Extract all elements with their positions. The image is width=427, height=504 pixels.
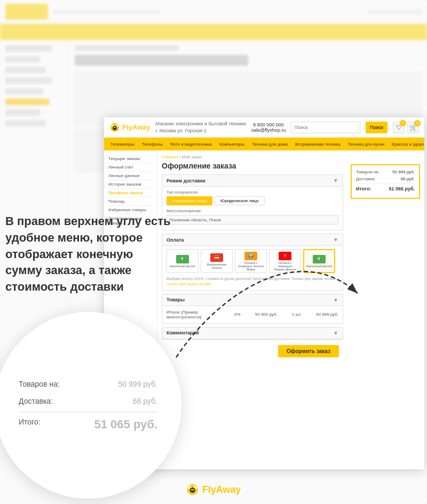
cash-description: Выбрав оплату 100%, стоимость доски допо… — [162, 276, 343, 290]
ss-main: Главная / Мой заказ Оформление заказа Ре… — [157, 150, 424, 460]
nav-item-tvs[interactable]: Телевизоры — [107, 142, 138, 147]
bg-nav — [0, 24, 427, 40]
address-label: Местоположение — [167, 209, 338, 213]
payment-section: Оплата ▼ 💵 Наличный расчёт 💳 Безн — [162, 234, 343, 291]
sidebar-item-help[interactable]: Помощь — [108, 197, 153, 206]
sidebar-item-personal[interactable]: Личные данные — [108, 172, 153, 180]
sidebar-item-current-orders[interactable]: Текущие заказы — [108, 155, 153, 163]
ss-header: FlyAway Магазин электроники и бытовой те… — [104, 117, 424, 138]
nav-item-beauty[interactable]: Красота и здоровье — [388, 142, 424, 147]
summary-total-row: Итого: 51 065 руб. — [356, 183, 415, 191]
comment-section: Комментарий ▼ — [162, 327, 343, 340]
search-input[interactable] — [291, 122, 360, 133]
ss-logo: FlyAway — [109, 122, 151, 133]
delivery-chevron[interactable]: ▼ — [333, 178, 338, 183]
summary-box: Товаров на: 50 999 руб. Доставка: 66 руб… — [351, 164, 420, 199]
sidebar-item-profile[interactable]: Профиль заказа — [108, 189, 153, 197]
bottom-logo-text: FlyAway — [202, 484, 241, 495]
circle-total-label: Итого: — [19, 418, 41, 431]
address-input: Псковская область, Псков — [167, 215, 338, 225]
products-list: iPhone (Пример многострочности) 0% 50 00… — [162, 306, 343, 323]
nav-item-builtin[interactable]: Встраиваемая техника — [291, 142, 344, 147]
cart-icon[interactable]: 🛒 0 — [407, 122, 419, 133]
svg-rect-10 — [191, 489, 194, 491]
cart-icons: ♡ 1 🛒 0 — [393, 122, 419, 133]
nav-item-computers[interactable]: Компьютеры — [216, 142, 248, 147]
text-callout: В правом верхнем углу есть удобное меню,… — [5, 213, 171, 295]
products-section: Товары ▼ iPhone (Пример многострочности)… — [162, 294, 343, 324]
summary-total-label: Итого: — [356, 186, 371, 191]
tab-physical[interactable]: Физическое лицо — [167, 196, 212, 205]
breadcrumb: Главная / Мой заказ — [162, 155, 420, 159]
bg-sidebar — [0, 40, 69, 360]
circle-goods-row: Товаров на: 50 999 руб. — [19, 375, 157, 393]
payment-options: 💵 Наличный расчёт 💳 Безналичная оплата 🌍 — [162, 246, 343, 276]
delivery-section-header: Режим доставки ▼ — [162, 175, 343, 187]
summary-total-value: 51 065 руб. — [389, 186, 415, 191]
payment-option-cash1[interactable]: 💵 Наличный расчёт — [167, 249, 199, 273]
nav-item-kitchen[interactable]: Техника для кухни — [344, 142, 388, 147]
circle-total-value: 51 065 руб. — [94, 418, 158, 431]
type-tabs: Физическое лицо Юридическое лицо — [167, 196, 338, 205]
summary-delivery-row: Доставка: 66 руб. — [356, 177, 415, 181]
favorites-badge: 1 — [400, 120, 406, 126]
type-label: Тип получателя — [167, 190, 338, 195]
nav-item-home[interactable]: Техника для дома — [248, 142, 291, 147]
summary-delivery-value: 66 руб. — [401, 177, 415, 181]
delivery-section: Режим доставки ▼ Тип получателя Физическ… — [162, 174, 343, 230]
fly-away-logo-icon — [109, 122, 120, 133]
search-button[interactable]: Поиск — [366, 122, 388, 133]
favorites-icon[interactable]: ♡ 1 — [393, 122, 405, 133]
circle-callout: Товаров на: 50 999 руб. Доставка: 66 руб… — [0, 312, 181, 499]
payment-option-yandex[interactable]: Я Оплата с помощью Яндекс.Деньги — [269, 249, 301, 273]
summary-delivery-label: Доставка: — [356, 177, 376, 181]
order-btn-container: Оформить заказ — [162, 343, 343, 363]
ss-nav: Телевизоры Телефоны Фото и видеотехника … — [104, 138, 424, 150]
circle-delivery-value: 66 руб. — [133, 397, 157, 405]
bg-logo — [5, 4, 48, 20]
summary-goods-value: 50 999 руб. — [392, 170, 415, 174]
circle-delivery-row: Доставка: 66 руб. — [19, 393, 157, 410]
ss-phone: 8 800 000 000 sale@flyshop.ru — [251, 122, 286, 133]
ss-logo-text: FlyAway — [122, 123, 151, 131]
cart-badge: 0 — [414, 120, 421, 126]
bg-header — [0, 0, 427, 24]
payment-chevron[interactable]: ▼ — [333, 237, 338, 243]
circle-goods-value: 50 999 руб. — [118, 380, 157, 388]
breadcrumb-current: Мой заказ — [181, 155, 202, 159]
tab-legal[interactable]: Юридическое лицо — [215, 196, 265, 205]
comment-chevron[interactable]: ▼ — [333, 330, 338, 336]
nav-item-phones[interactable]: Телефоны — [138, 142, 167, 147]
nav-item-photo[interactable]: Фото и видеотехника — [167, 142, 216, 147]
payment-option-cash-active[interactable]: 💵 Наличный расчёт — [303, 249, 335, 273]
table-row: iPhone (Пример многострочности) 0% 50 00… — [167, 308, 338, 321]
bottom-logo-icon — [186, 483, 199, 496]
sidebar-item-account[interactable]: Личный счёт — [108, 163, 153, 172]
summary-goods-row: Товаров на: 50 999 руб. — [356, 170, 415, 174]
payment-option-card[interactable]: 💳 Безналичная оплата — [201, 249, 233, 273]
circle-delivery-label: Доставка: — [19, 397, 53, 405]
sidebar-item-history[interactable]: История заказов — [108, 180, 153, 189]
ss-store-info: Магазин электроники и бытовой техники г.… — [156, 121, 246, 134]
circle-goods-label: Товаров на: — [19, 380, 60, 388]
summary-goods-label: Товаров на: — [356, 170, 379, 174]
breadcrumb-home[interactable]: Главная — [162, 155, 178, 159]
svg-rect-4 — [114, 127, 116, 128]
delivery-section-body: Тип получателя Физическое лицо Юридическ… — [162, 187, 343, 230]
products-chevron[interactable]: ▼ — [333, 297, 338, 303]
payment-section-header: Оплата ▼ — [162, 234, 343, 246]
order-button[interactable]: Оформить заказ — [278, 345, 339, 357]
products-section-header: Товары ▼ — [162, 294, 343, 306]
circle-total-row: Итого: 51 065 руб. — [19, 412, 157, 436]
bottom-logo: FlyAway — [186, 483, 241, 496]
comment-section-header: Комментарий ▼ — [162, 327, 343, 339]
payment-option-gold[interactable]: 🌍 Оплата с помощью Золота Мира — [235, 249, 267, 273]
